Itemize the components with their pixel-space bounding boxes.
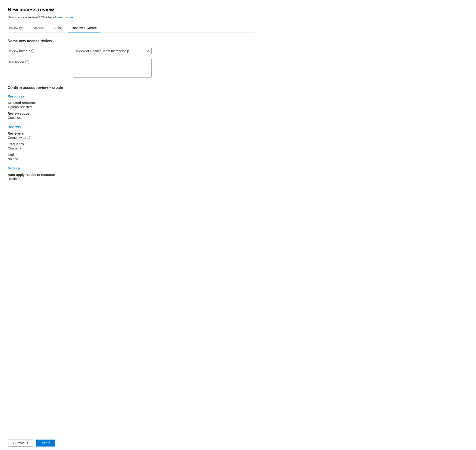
resources-group-title: Resources	[8, 95, 255, 98]
description-info-icon[interactable]: i	[25, 60, 29, 64]
review-name-label-text: Review name	[8, 49, 27, 53]
review-name-row: Review name * i ✓	[8, 48, 255, 54]
learn-more-static: New to access reviews? Click here to	[8, 16, 58, 19]
confirm-title: Confirm access review + create	[8, 86, 255, 90]
reviewers-item: Reviewers Group owner(s)	[8, 132, 255, 139]
required-star: *	[29, 49, 30, 53]
main-content: New access review ··· New to access revi…	[0, 0, 262, 431]
review-group-reviews: Reviews Reviewers Group owner(s) Frequen…	[8, 125, 255, 161]
more-options-icon[interactable]: ···	[56, 7, 61, 12]
confirm-section: Confirm access review + create Resources…	[8, 86, 255, 181]
page-header: New access review ···	[8, 7, 255, 13]
review-name-input-container: ✓	[73, 48, 152, 54]
frequency-item: Frequency Quarterly	[8, 142, 255, 150]
end-label: End	[8, 153, 255, 157]
auto-apply-label: Auto-apply results to resource	[8, 173, 255, 177]
tab-settings[interactable]: Settings	[49, 24, 68, 32]
description-textarea[interactable]	[73, 59, 152, 77]
frequency-label: Frequency	[8, 142, 255, 146]
create-button[interactable]: Create	[36, 439, 55, 446]
selected-resource-value: 1 group selected	[8, 105, 255, 109]
review-group-settings: Settings Auto-apply results to resource …	[8, 166, 255, 181]
review-scope-item: Review scope Guest users	[8, 112, 255, 119]
review-name-input[interactable]	[75, 49, 145, 53]
description-label: Description i	[8, 59, 73, 64]
review-name-info-icon[interactable]: i	[31, 49, 35, 53]
page-container: New access review ··· New to access revi…	[0, 0, 262, 450]
end-value: No end	[8, 157, 255, 161]
selected-resource-item: Selected resource 1 group selected	[8, 101, 255, 109]
auto-apply-value: Disabled	[8, 177, 255, 181]
tab-review-create[interactable]: Review + Create	[68, 24, 101, 32]
settings-group-title: Settings	[8, 166, 255, 170]
tabs-nav: Review type Reviews Settings Review + Cr…	[8, 24, 255, 32]
footer-divider	[0, 431, 262, 431]
description-input-wrapper	[73, 59, 152, 78]
end-item: End No end	[8, 153, 255, 161]
learn-more-text: New to access reviews? Click here to lea…	[8, 16, 255, 19]
form-section-title: Name new access review	[8, 39, 255, 43]
previous-button[interactable]: < Previous	[8, 439, 33, 446]
reviewers-label: Reviewers	[8, 132, 255, 135]
learn-more-link[interactable]: learn more.	[59, 16, 74, 19]
review-scope-value: Guest users	[8, 116, 255, 119]
review-group-resources: Resources Selected resource 1 group sele…	[8, 95, 255, 119]
tab-reviews[interactable]: Reviews	[29, 24, 49, 32]
auto-apply-item: Auto-apply results to resource Disabled	[8, 173, 255, 181]
description-label-text: Description	[8, 60, 24, 64]
check-icon: ✓	[147, 49, 149, 53]
review-scope-label: Review scope	[8, 112, 255, 115]
frequency-value: Quarterly	[8, 146, 255, 150]
review-name-label: Review name * i	[8, 48, 73, 53]
tab-review-type[interactable]: Review type	[8, 24, 29, 32]
name-section: Name new access review Review name * i ✓	[8, 39, 255, 78]
reviewers-value: Group owner(s)	[8, 136, 255, 139]
page-title: New access review	[8, 7, 54, 13]
review-name-input-wrapper: ✓	[73, 48, 152, 54]
selected-resource-label: Selected resource	[8, 101, 255, 105]
footer-bar: < Previous Create	[0, 436, 262, 450]
description-row: Description i	[8, 59, 255, 78]
reviews-group-title: Reviews	[8, 125, 255, 129]
